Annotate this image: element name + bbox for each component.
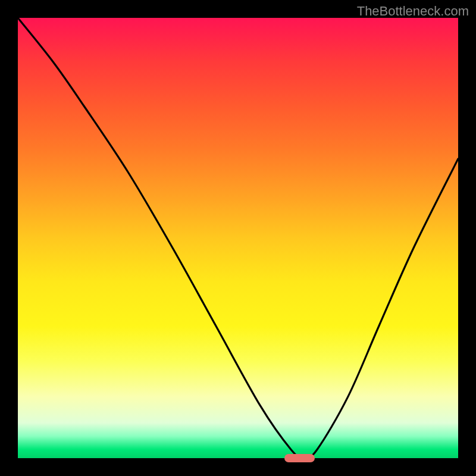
optimal-point-marker xyxy=(284,454,315,462)
bottleneck-plot-area xyxy=(18,18,458,458)
curve-svg xyxy=(18,18,458,458)
bottleneck-curve-line xyxy=(18,18,458,458)
watermark-text: TheBottleneck.com xyxy=(357,4,469,19)
